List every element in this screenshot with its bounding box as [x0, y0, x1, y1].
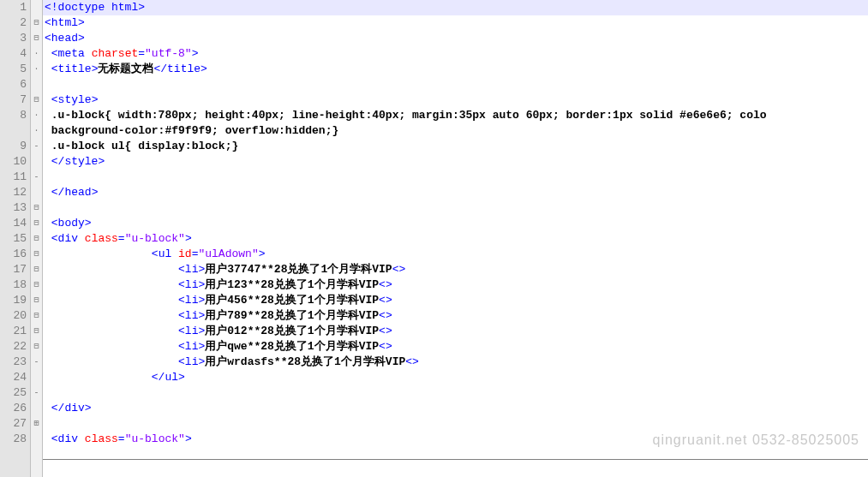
token-lt: </ — [153, 63, 167, 75]
code-line[interactable]: <body> — [43, 216, 868, 231]
token-lt: <> — [379, 340, 392, 353]
code-line[interactable]: <li>用户qwe**28兑换了1个月学科VIP<> — [43, 339, 868, 355]
fold-marker: - — [31, 170, 42, 185]
token-tag: li — [185, 278, 199, 291]
token-attr: class — [85, 432, 118, 445]
code-line[interactable]: <li>用户456**28兑换了1个月学科VIP<> — [43, 293, 868, 308]
token-lt: > — [185, 432, 192, 445]
line-number: 15 — [0, 231, 27, 247]
token-tag: li — [185, 325, 199, 337]
code-line[interactable]: <li>用户37747**28兑换了1个月学科VIP<> — [43, 262, 868, 277]
token-tag: li — [185, 340, 199, 353]
fold-marker[interactable]: ⊟ — [31, 92, 42, 108]
code-line[interactable]: </div> — [43, 401, 868, 416]
code-line[interactable]: <div class="u-block"> — [43, 231, 868, 247]
fold-marker[interactable]: ⊟ — [31, 339, 42, 355]
token-lt: </ — [45, 155, 64, 168]
line-number: 16 — [0, 247, 27, 262]
fold-marker[interactable]: ⊟ — [31, 231, 42, 247]
fold-marker: - — [31, 355, 42, 370]
fold-marker[interactable]: ⊟ — [31, 293, 42, 308]
code-line[interactable]: .u-block{ width:780px; height:40px; line… — [43, 108, 868, 123]
fold-marker[interactable]: ⊞ — [31, 416, 42, 432]
line-number: 4 — [0, 46, 27, 62]
line-number: 12 — [0, 185, 27, 200]
fold-column[interactable]: ⊟⊟··⊟··--⊟⊟⊟⊟⊟⊟⊟⊟⊟⊟--⊞ — [31, 0, 43, 477]
code-line[interactable] — [43, 200, 868, 216]
line-number: 17 — [0, 262, 27, 277]
fold-marker[interactable]: ⊟ — [31, 277, 42, 293]
token-lt: < — [45, 217, 58, 230]
token-lt: < — [45, 263, 185, 276]
token-lt: > — [78, 16, 85, 29]
code-line[interactable]: .u-block ul{ display:block;} — [43, 139, 868, 154]
code-line[interactable]: <head> — [43, 31, 868, 46]
token-tag: div — [64, 402, 84, 414]
line-number: 26 — [0, 401, 27, 416]
code-line[interactable]: <style> — [43, 92, 868, 108]
fold-marker[interactable]: ⊟ — [31, 262, 42, 277]
code-area[interactable]: <!doctype html><html><head> <meta charse… — [43, 0, 868, 477]
token-lt: < — [45, 47, 58, 60]
code-line[interactable]: </ul> — [43, 370, 868, 385]
code-line[interactable] — [43, 385, 868, 401]
code-line[interactable]: <li>用户012**28兑换了1个月学科VIP<> — [43, 324, 868, 339]
code-line[interactable]: <li>用户789**28兑换了1个月学科VIP<> — [43, 308, 868, 324]
fold-marker — [31, 0, 42, 15]
code-editor[interactable]: 1234567891011121314151617181920212223242… — [0, 0, 868, 477]
token-lt: > — [138, 1, 145, 14]
token-lt: > — [78, 32, 85, 45]
line-number: 24 — [0, 370, 27, 385]
token-tag: title — [58, 63, 92, 75]
token-lt: <> — [379, 278, 392, 291]
code-line[interactable]: <li>用户123**28兑换了1个月学科VIP<> — [43, 277, 868, 293]
code-line[interactable]: background-color:#f9f9f9; overflow:hidde… — [43, 123, 868, 139]
token-str: "u-block" — [125, 232, 185, 245]
token-tag: style — [64, 155, 98, 168]
token-tag: li — [185, 263, 199, 276]
line-number: 27 — [0, 416, 27, 432]
fold-marker — [31, 401, 42, 416]
fold-marker[interactable]: ⊟ — [31, 31, 42, 46]
line-number: 9 — [0, 139, 27, 154]
fold-marker: - — [31, 139, 42, 154]
token-sel: background-color:#f9f9f9; overflow:hidde… — [45, 124, 338, 137]
fold-marker[interactable]: ⊟ — [31, 200, 42, 216]
token-tag: div — [58, 232, 78, 245]
code-line[interactable]: <title>无标题文档</title> — [43, 62, 868, 77]
bottom-rule — [43, 459, 868, 460]
code-line[interactable] — [43, 416, 868, 432]
token-txt: 用户012**28兑换了1个月学科VIP — [205, 325, 379, 337]
fold-marker — [31, 154, 42, 170]
token-tag: ul — [159, 247, 172, 260]
token-lt: > — [259, 247, 266, 260]
token-attr: charset — [92, 47, 139, 60]
fold-marker[interactable]: ⊟ — [31, 247, 42, 262]
code-line[interactable]: <!doctype html> — [43, 0, 868, 15]
fold-marker[interactable]: ⊟ — [31, 216, 42, 231]
token-lt: < — [45, 232, 58, 245]
line-number: 25 — [0, 385, 27, 401]
fold-marker[interactable]: ⊟ — [31, 15, 42, 31]
code-line[interactable]: </head> — [43, 185, 868, 200]
code-line[interactable] — [43, 77, 868, 92]
code-line[interactable] — [43, 170, 868, 185]
line-number — [0, 123, 27, 139]
code-line[interactable]: <ul id="ulAdown"> — [43, 247, 868, 262]
line-number: 5 — [0, 62, 27, 77]
code-line[interactable]: <html> — [43, 15, 868, 31]
token-lt: <! — [45, 1, 58, 14]
fold-marker[interactable]: ⊟ — [31, 308, 42, 324]
code-line[interactable]: <li>用户wrdasfs**28兑换了1个月学科VIP<> — [43, 355, 868, 370]
token-lt: </ — [45, 186, 64, 199]
code-line[interactable]: </style> — [43, 154, 868, 170]
line-number: 1 — [0, 0, 27, 15]
token-lt: < — [45, 432, 58, 445]
code-line[interactable]: <meta charset="utf-8"> — [43, 46, 868, 62]
token-txt: 用户123**28兑换了1个月学科VIP — [205, 278, 379, 291]
line-number: 10 — [0, 154, 27, 170]
token-lt: </ — [45, 371, 165, 384]
fold-marker[interactable]: ⊟ — [31, 324, 42, 339]
token-lt: < — [45, 247, 159, 260]
code-line[interactable]: <div class="u-block"> — [43, 432, 868, 447]
